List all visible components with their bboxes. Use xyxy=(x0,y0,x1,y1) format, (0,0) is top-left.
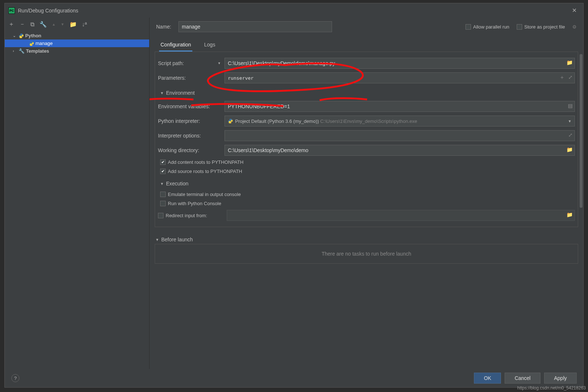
expand-icon: › xyxy=(13,49,17,53)
script-path-label[interactable]: Script path: ▼ xyxy=(158,60,221,66)
pycharm-logo-icon: PC xyxy=(8,7,15,14)
interpreter-row: Python interpreter: Project Default (Pyt… xyxy=(158,116,575,127)
sort-button[interactable]: ↓ª xyxy=(82,21,87,28)
wrench-icon: 🔧 xyxy=(19,48,24,54)
scrollbar[interactable] xyxy=(580,54,583,266)
config-tabs: Configuration Logs xyxy=(155,37,578,52)
plus-icon[interactable]: ＋ xyxy=(559,74,565,81)
redirect-input-checkbox[interactable]: Redirect input from: xyxy=(158,213,223,218)
chevron-down-icon: ▼ xyxy=(568,119,572,123)
run-python-console-checkbox[interactable]: Run with Python Console xyxy=(158,201,575,206)
chevron-down-icon: ▼ xyxy=(155,238,159,242)
add-content-roots-checkbox[interactable]: Add content roots to PYTHONPATH xyxy=(158,159,575,165)
before-launch-header[interactable]: ▼ Before launch xyxy=(155,234,578,244)
checkbox-icon xyxy=(160,159,166,165)
titlebar: PC Run/Debug Configurations ✕ xyxy=(5,3,583,18)
checkbox-icon xyxy=(160,192,166,197)
interpreter-dropdown[interactable]: Project Default (Python 3.6 (my_demo)) C… xyxy=(225,116,575,127)
tree-node-templates[interactable]: › 🔧 Templates xyxy=(5,47,149,55)
window-title: Run/Debug Configurations xyxy=(18,8,78,14)
browse-icon[interactable]: 📁 xyxy=(566,147,573,152)
tab-logs[interactable]: Logs xyxy=(203,39,216,52)
checkbox-icon xyxy=(158,213,163,218)
remove-config-button[interactable]: － xyxy=(19,20,25,28)
checkbox-label: Allow parallel run xyxy=(473,24,509,30)
ok-button[interactable]: OK xyxy=(474,373,501,384)
workdir-row: Working directory: 📁 xyxy=(158,145,575,156)
before-launch-panel: There are no tasks to run before launch xyxy=(155,244,578,264)
env-vars-input[interactable] xyxy=(225,101,575,112)
workdir-input[interactable] xyxy=(225,145,575,156)
tree-label: Templates xyxy=(26,48,49,54)
checkbox-icon xyxy=(160,201,166,206)
expand-icon: ⌄ xyxy=(13,34,17,38)
list-icon[interactable]: ▤ xyxy=(568,103,573,109)
tree-node-python[interactable]: ⌄ Python xyxy=(5,32,149,39)
configuration-form: Script path: ▼ 📁 Parameters: ＋ ⤢ xyxy=(155,52,578,227)
main-panel: Name: Allow parallel run Store as projec… xyxy=(150,18,583,369)
parameters-label: Parameters: xyxy=(158,75,221,81)
dialog-footer: ? OK Cancel Apply xyxy=(5,369,583,387)
name-input[interactable] xyxy=(178,21,332,32)
python-icon xyxy=(19,33,24,38)
top-row: Name: Allow parallel run Store as projec… xyxy=(155,18,578,37)
interpreter-value: Project Default (Python 3.6 (my_demo)) xyxy=(235,118,319,124)
close-button[interactable]: ✕ xyxy=(569,5,580,15)
interp-opts-label: Interpreter options: xyxy=(158,133,221,139)
env-vars-row: Environment variables: ▤ xyxy=(158,101,575,112)
browse-icon[interactable]: 📁 xyxy=(566,212,573,218)
edit-config-button[interactable]: 🔧 xyxy=(39,21,47,28)
checkbox-label: Store as project file xyxy=(524,24,565,30)
scrollbar-thumb[interactable] xyxy=(580,54,583,208)
folder-button[interactable]: 📁 xyxy=(69,21,77,28)
store-project-checkbox[interactable]: Store as project file xyxy=(517,24,565,30)
tree-label: Python xyxy=(25,33,41,38)
redirect-input-field[interactable] xyxy=(227,210,575,221)
script-path-input[interactable] xyxy=(225,58,575,69)
workdir-label: Working directory: xyxy=(158,147,221,153)
help-button[interactable]: ? xyxy=(11,374,19,382)
python-icon xyxy=(29,41,34,46)
move-up-button[interactable]: ▲ xyxy=(52,22,56,26)
expand-icon[interactable]: ⤢ xyxy=(568,132,573,138)
sidebar-toolbar: ＋ － ⧉ 🔧 ▲ ▼ 📁 ↓ª xyxy=(5,18,149,31)
config-tree: ⌄ Python manage › 🔧 Templates xyxy=(5,31,149,369)
move-down-button[interactable]: ▼ xyxy=(61,22,64,26)
interpreter-path: C:\Users\1\Envs\my_demo\Scripts\python.e… xyxy=(320,118,417,124)
execution-header[interactable]: ▼ Execution xyxy=(158,178,575,188)
chevron-down-icon: ▼ xyxy=(218,61,221,65)
empty-text: There are no tasks to run before launch xyxy=(321,251,411,257)
apply-button[interactable]: Apply xyxy=(544,373,577,384)
name-label: Name: xyxy=(156,24,171,30)
sidebar: ＋ － ⧉ 🔧 ▲ ▼ 📁 ↓ª ⌄ Python manage xyxy=(5,18,150,369)
env-vars-label: Environment variables: xyxy=(158,103,221,109)
chevron-down-icon: ▼ xyxy=(160,91,164,95)
run-debug-dialog: PC Run/Debug Configurations ✕ ＋ － ⧉ 🔧 ▲ … xyxy=(4,3,584,388)
checkbox-icon xyxy=(517,24,522,30)
tree-node-manage[interactable]: manage xyxy=(5,39,149,47)
tree-label: manage xyxy=(35,41,53,46)
checkbox-icon xyxy=(466,24,471,30)
chevron-down-icon: ▼ xyxy=(160,182,164,186)
add-source-roots-checkbox[interactable]: Add source roots to PYTHONPATH xyxy=(158,169,575,174)
expand-icon[interactable]: ⤢ xyxy=(568,74,573,80)
checkbox-label: Redirect input from: xyxy=(166,213,207,218)
add-config-button[interactable]: ＋ xyxy=(8,20,14,28)
environment-header[interactable]: ▼ Environment xyxy=(158,87,575,97)
emulate-terminal-checkbox[interactable]: Emulate terminal in output console xyxy=(158,192,575,197)
redirect-input-row: Redirect input from: 📁 xyxy=(158,210,575,221)
interpreter-label: Python interpreter: xyxy=(158,118,221,124)
interp-opts-input[interactable] xyxy=(225,130,575,141)
copy-config-button[interactable]: ⧉ xyxy=(30,21,34,28)
cancel-button[interactable]: Cancel xyxy=(505,373,540,384)
gear-icon[interactable]: ⚙ xyxy=(572,24,577,30)
tab-configuration[interactable]: Configuration xyxy=(159,39,192,52)
checkbox-label: Emulate terminal in output console xyxy=(168,192,241,197)
browse-icon[interactable]: 📁 xyxy=(566,60,573,65)
parameters-input[interactable] xyxy=(225,72,575,83)
script-path-row: Script path: ▼ 📁 xyxy=(158,58,575,69)
allow-parallel-checkbox[interactable]: Allow parallel run xyxy=(466,24,509,30)
interp-opts-row: Interpreter options: ⤢ xyxy=(158,130,575,141)
python-icon xyxy=(228,118,233,124)
checkbox-label: Add content roots to PYTHONPATH xyxy=(168,159,244,165)
